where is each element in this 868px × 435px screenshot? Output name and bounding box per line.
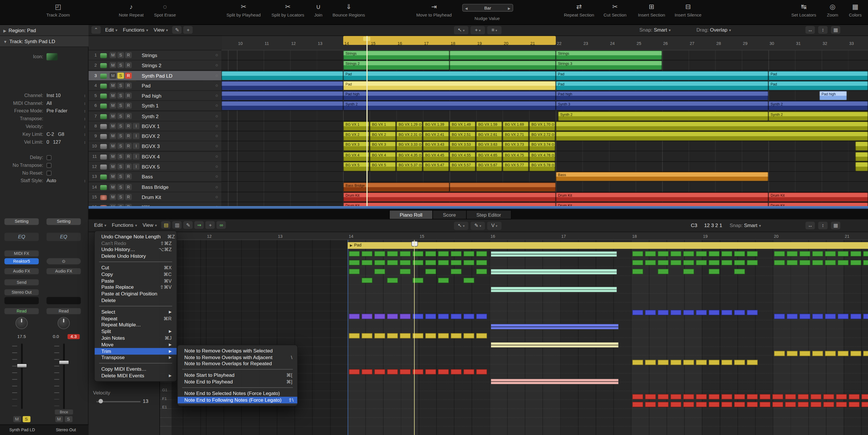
midi-note[interactable] (696, 251, 707, 257)
menu-item[interactable]: Paste ⌘V (95, 278, 177, 284)
midi-note[interactable] (734, 310, 745, 315)
midi-note[interactable] (747, 260, 758, 265)
midi-note[interactable] (787, 314, 798, 319)
midi-note[interactable] (709, 251, 720, 257)
midi-note[interactable] (463, 251, 474, 257)
midi-note[interactable] (760, 394, 771, 399)
midi-note[interactable] (863, 251, 868, 257)
midi-note[interactable] (451, 251, 462, 257)
midi-note[interactable] (798, 394, 809, 399)
midi-note[interactable] (671, 360, 681, 365)
midi-note[interactable] (863, 351, 868, 356)
midi-note[interactable] (812, 251, 823, 257)
midi-note[interactable] (463, 314, 474, 319)
midi-note[interactable] (812, 260, 823, 265)
menu-item[interactable] (99, 363, 172, 364)
midi-note[interactable] (747, 251, 758, 257)
midi-note[interactable] (349, 333, 360, 339)
midi-note[interactable] (863, 314, 868, 319)
midi-note[interactable] (438, 278, 449, 283)
midi-note[interactable] (658, 269, 669, 274)
midi-note[interactable] (709, 360, 720, 365)
midi-note[interactable] (400, 333, 410, 339)
midi-note[interactable] (658, 402, 669, 407)
menu-item[interactable]: Copy MIDI Events… (95, 366, 177, 372)
midi-note[interactable] (861, 402, 868, 407)
midi-note[interactable] (734, 251, 745, 257)
midi-note[interactable] (425, 333, 436, 339)
editor-playhead[interactable] (414, 240, 414, 435)
midi-note[interactable] (774, 314, 785, 319)
menu-item[interactable]: Delete Undo History (95, 253, 177, 260)
midi-note[interactable] (787, 251, 798, 257)
menu-item[interactable]: Note to Remove Overlaps with Selected (178, 348, 297, 354)
menu-item[interactable]: Paste at Original Position (95, 290, 177, 297)
midi-note[interactable] (812, 314, 823, 319)
midi-note[interactable] (387, 333, 398, 339)
midi-note[interactable] (696, 360, 707, 365)
midi-note[interactable] (734, 402, 745, 407)
midi-note[interactable] (645, 394, 656, 399)
midi-note[interactable] (374, 369, 385, 374)
menu-item[interactable]: Repeat ⌘R (95, 315, 177, 322)
midi-note[interactable] (709, 394, 720, 399)
midi-note[interactable] (709, 402, 720, 407)
midi-note[interactable] (671, 402, 681, 407)
menu-item[interactable]: Delete (95, 297, 177, 304)
midi-note[interactable] (400, 314, 410, 319)
midi-note[interactable] (361, 369, 372, 374)
menu-item[interactable]: Delete MIDI Events ▶ (95, 372, 177, 379)
menu-item[interactable]: Select ▶ (95, 309, 177, 315)
menu-item[interactable]: Note End to Selected Notes (Force Legato… (178, 390, 297, 397)
midi-note[interactable] (645, 360, 656, 365)
midi-note[interactable] (721, 260, 732, 265)
midi-note[interactable] (850, 260, 861, 265)
midi-note[interactable] (861, 394, 868, 399)
midi-note[interactable] (671, 394, 681, 399)
midi-note[interactable] (709, 269, 720, 274)
menu-item[interactable] (182, 387, 293, 388)
midi-note[interactable] (451, 369, 462, 374)
midi-note[interactable] (747, 402, 758, 407)
midi-note[interactable] (463, 260, 474, 265)
midi-note[interactable] (658, 310, 669, 315)
menu-item[interactable]: Cut ⌘X (95, 264, 177, 271)
midi-note[interactable] (671, 260, 681, 265)
midi-note[interactable] (734, 394, 745, 399)
midi-note[interactable] (799, 251, 810, 257)
midi-note[interactable] (850, 351, 861, 356)
midi-note[interactable] (425, 314, 436, 319)
menu-item[interactable]: Copy ⌘C (95, 271, 177, 278)
menu-item[interactable]: Paste Replace ⇧⌘V (95, 284, 177, 291)
midi-note[interactable] (451, 333, 462, 339)
midi-note[interactable] (774, 251, 785, 257)
midi-note[interactable] (721, 310, 732, 315)
midi-note-sustained[interactable] (490, 379, 619, 385)
midi-note-sustained[interactable] (490, 269, 617, 275)
midi-note[interactable] (438, 333, 449, 339)
midi-note[interactable] (632, 394, 643, 399)
midi-note[interactable] (683, 360, 694, 365)
midi-note[interactable] (838, 260, 848, 265)
midi-note[interactable] (400, 251, 410, 257)
menu-item[interactable]: Move ▶ (95, 341, 177, 348)
midi-note[interactable] (658, 251, 669, 257)
midi-note[interactable] (374, 260, 385, 265)
midi-note[interactable] (772, 394, 783, 399)
menu-item[interactable]: Can't Redo ⇧⌘Z (95, 240, 177, 246)
midi-note[interactable] (476, 269, 487, 274)
midi-note[interactable] (709, 260, 720, 265)
midi-note[interactable] (425, 260, 436, 265)
menu-item[interactable] (99, 306, 172, 307)
midi-note[interactable] (645, 310, 656, 315)
midi-note[interactable] (425, 269, 436, 274)
midi-note-sustained[interactable] (490, 342, 619, 348)
midi-note[interactable] (349, 269, 360, 274)
midi-note[interactable] (658, 360, 669, 365)
midi-note[interactable] (349, 260, 360, 265)
midi-note[interactable] (425, 251, 436, 257)
midi-note[interactable] (721, 402, 732, 407)
menu-item[interactable]: Trim ▶ (95, 348, 177, 354)
midi-note[interactable] (645, 251, 656, 257)
menu-item[interactable] (182, 369, 293, 370)
